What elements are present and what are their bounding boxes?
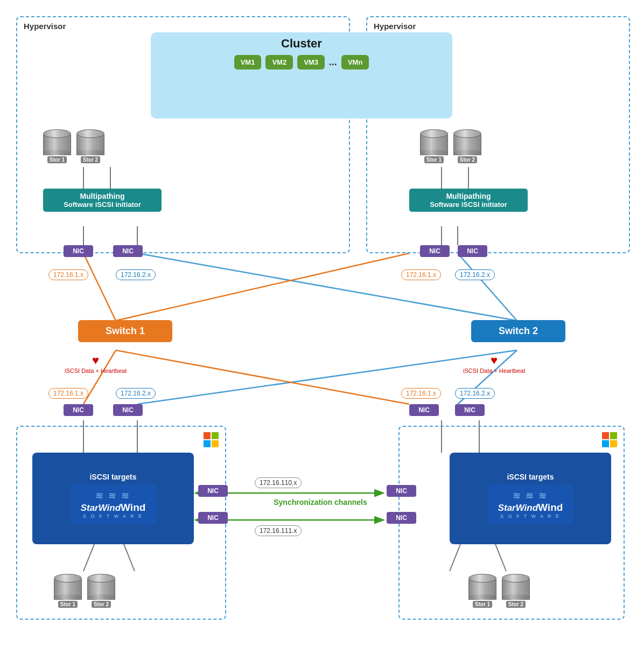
svg-rect-26 (204, 432, 211, 439)
vm1: VM1 (234, 55, 262, 70)
left-multipathing-label: Multipathing (48, 192, 156, 200)
left-bot-stor-group: Stor 1 Stor 2 (54, 574, 115, 608)
left-top-stor2-cylinder (76, 129, 104, 155)
cluster-box: Cluster VM1 VM2 VM3 ... VMn (151, 32, 452, 119)
left-top-stor2: Stor 2 (76, 129, 104, 163)
vm2: VM2 (265, 55, 293, 70)
left-multipathing-box: Multipathing Software iSCSI initiator (43, 189, 162, 212)
right-top-stor2: Stor 2 (453, 129, 481, 163)
left-starwind-waves: ≋ ≋ ≋ (81, 490, 146, 502)
left-server-right-nic1: NIC (198, 485, 228, 497)
svg-line-0 (83, 253, 116, 321)
right-bot-stor-group: Stor 1 Stor 2 (468, 574, 530, 608)
left-starwind-name: StarWindWind (81, 502, 146, 514)
left-top-stor1-cylinder (43, 129, 71, 155)
left-starwind-sub: S O F T W A R E (81, 514, 146, 519)
left-windows-logo (204, 432, 220, 448)
svg-rect-27 (212, 432, 219, 439)
left-iscsi-targets-label: iSCSI targets (89, 473, 136, 481)
svg-rect-30 (602, 432, 609, 439)
right-starwind-logo-box: ≋ ≋ ≋ StarWindWind S O F T W A R E (487, 484, 574, 524)
right-top-stor-group: Stor 1 Stor 2 (420, 129, 481, 163)
right-server-left-nic2: NIC (387, 512, 416, 524)
left-bot-stor2-cyl (87, 574, 115, 600)
right-bot-stor2: Stor 2 (502, 574, 530, 608)
ip-right-top-blue: 172.16.2.x (455, 269, 495, 280)
right-starwind-name: StarWindWind (498, 502, 563, 514)
left-top-stor1: Stor 1 (43, 129, 71, 163)
right-windows-logo (602, 432, 618, 448)
right-multipathing-box: Multipathing Software iSCSI initiator (409, 189, 528, 212)
right-bot-nic2: NIC (455, 404, 485, 416)
right-top-stor1-label: Stor 1 (424, 156, 444, 163)
left-bot-stor2-label: Stor 2 (92, 601, 111, 608)
svg-rect-29 (212, 440, 219, 447)
left-bot-stor1: Stor 1 (54, 574, 82, 608)
svg-rect-28 (204, 440, 211, 447)
left-heartbeat-icon: ♥ (65, 353, 127, 367)
vmn: VMn (341, 55, 369, 70)
right-top-stor2-label: Stor 2 (458, 156, 477, 163)
left-bot-stor1-cyl (54, 574, 82, 600)
right-bot-stor1-cyl (468, 574, 496, 600)
left-heartbeat-text: iSCSI Data + Heartbeat (65, 367, 127, 374)
hypervisor-left-top-label: Hypervisor (24, 22, 66, 31)
right-top-stor1: Stor 1 (420, 129, 448, 163)
ip-left-bot-orange: 172.16.1.x (48, 388, 88, 399)
vm-dots: ... (329, 57, 337, 68)
svg-line-2 (116, 253, 409, 321)
right-multipathing-label: Multipathing (415, 192, 522, 200)
left-top-nic1: NIC (64, 245, 93, 257)
left-starwind-logo-box: ≋ ≋ ≋ StarWindWind S O F T W A R E (70, 484, 157, 524)
ip-right-bot-blue: 172.16.2.x (455, 388, 495, 399)
sync-channels-label: Synchronization channels (232, 498, 409, 507)
windows-icon-right (602, 432, 618, 448)
right-top-stor2-cylinder (453, 129, 481, 155)
left-top-stor2-label: Stor 2 (81, 156, 100, 163)
windows-icon (204, 432, 220, 448)
left-server-right-nic2: NIC (198, 512, 228, 524)
right-iscsi-initiator-label: Software iSCSI initiator (415, 200, 522, 209)
svg-line-3 (458, 253, 517, 321)
right-bot-nic1: NIC (409, 404, 439, 416)
svg-rect-32 (602, 440, 609, 447)
left-iscsi-initiator-label: Software iSCSI initiator (48, 200, 156, 209)
right-iscsi-targets-label: iSCSI targets (507, 473, 554, 481)
right-bot-stor2-label: Stor 2 (506, 601, 526, 608)
svg-line-1 (137, 253, 517, 321)
diagram-container: Hypervisor Hypervisor Cluster VM1 VM2 VM… (0, 0, 644, 645)
switch1-box: Switch 1 (78, 320, 172, 342)
sync-ip-upper: 172.16.110.x (255, 477, 302, 488)
ip-right-bot-orange: 172.16.1.x (401, 388, 441, 399)
right-heartbeat-label: ♥ iSCSI Data + Heartbeat (463, 353, 525, 374)
left-top-stor1-label: Stor 1 (47, 156, 67, 163)
hypervisor-right-top-label: Hypervisor (374, 22, 416, 31)
left-heartbeat-label: ♥ iSCSI Data + Heartbeat (65, 353, 127, 374)
left-bot-stor2: Stor 2 (87, 574, 115, 608)
left-top-stor-group: Stor 1 Stor 2 (43, 129, 104, 163)
vm-row: VM1 VM2 VM3 ... VMn (234, 55, 369, 70)
switch2-box: Switch 2 (471, 320, 565, 342)
sync-ip-lower: 172.16.111.x (255, 525, 302, 536)
right-heartbeat-icon: ♥ (463, 353, 525, 367)
right-iscsi-server: iSCSI targets ≋ ≋ ≋ StarWindWind S O F T… (450, 453, 611, 544)
right-server-left-nic1: NIC (387, 485, 416, 497)
ip-left-top-blue: 172.16.2.x (116, 269, 156, 280)
left-bot-nic1: NIC (64, 404, 93, 416)
left-top-nic2: NIC (113, 245, 143, 257)
right-heartbeat-text: iSCSI Data + Heartbeat (463, 367, 525, 374)
ip-left-top-orange: 172.16.1.x (48, 269, 88, 280)
right-starwind-waves: ≋ ≋ ≋ (498, 490, 563, 502)
cluster-title: Cluster (281, 37, 322, 51)
left-bot-nic2: NIC (113, 404, 143, 416)
ip-left-bot-blue: 172.16.2.x (116, 388, 156, 399)
svg-line-6 (116, 350, 409, 404)
right-top-nic2: NIC (458, 245, 487, 257)
left-iscsi-server: iSCSI targets ≋ ≋ ≋ StarWindWind S O F T… (32, 453, 194, 544)
vm3: VM3 (297, 55, 325, 70)
right-top-stor1-cylinder (420, 129, 448, 155)
right-bot-stor1-label: Stor 1 (473, 601, 492, 608)
right-bot-stor1: Stor 1 (468, 574, 496, 608)
svg-rect-33 (610, 440, 617, 447)
right-bot-stor2-cyl (502, 574, 530, 600)
